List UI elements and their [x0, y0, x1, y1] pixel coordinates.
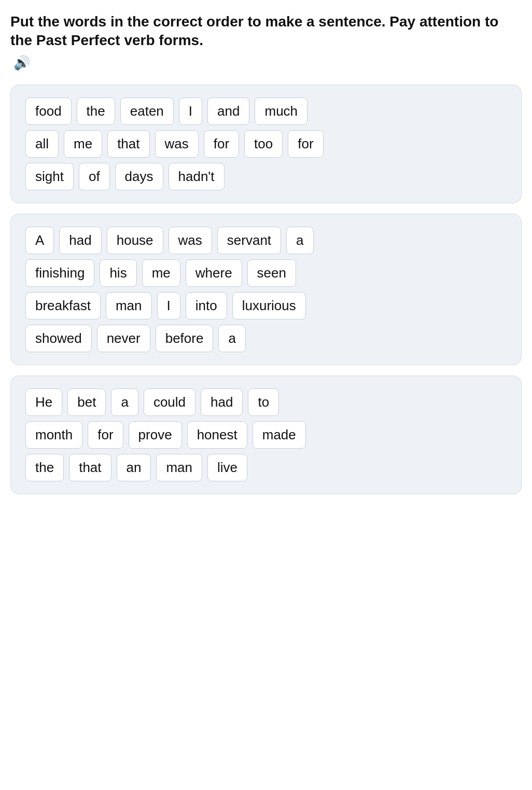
audio-icon[interactable]: 🔊: [13, 54, 30, 72]
word-tile[interactable]: A: [25, 227, 54, 254]
word-tile[interactable]: an: [117, 454, 151, 481]
word-tile[interactable]: for: [88, 421, 123, 449]
word-row-2-3: breakfastmanIintoluxurious: [25, 292, 507, 320]
word-tile[interactable]: prove: [129, 421, 182, 449]
word-tile[interactable]: man: [106, 292, 152, 320]
word-tile[interactable]: showed: [25, 325, 92, 352]
word-tile[interactable]: finishing: [25, 259, 94, 287]
word-tile[interactable]: made: [253, 421, 306, 449]
word-row-3-3: thethatanmanlive: [25, 454, 507, 481]
word-tile[interactable]: much: [255, 98, 307, 125]
word-tile[interactable]: me: [64, 130, 102, 158]
word-tile[interactable]: live: [207, 454, 247, 481]
word-tile[interactable]: was: [155, 130, 199, 158]
word-tile[interactable]: man: [156, 454, 202, 481]
word-tile[interactable]: for: [204, 130, 239, 158]
word-tile[interactable]: for: [288, 130, 323, 158]
word-tile[interactable]: He: [25, 389, 62, 416]
word-tile[interactable]: month: [25, 421, 82, 449]
word-row-1-1: foodtheeatenIandmuch: [25, 98, 507, 125]
instruction-text: Put the words in the correct order to ma…: [10, 12, 522, 50]
word-tile[interactable]: food: [25, 98, 72, 125]
word-tile[interactable]: of: [79, 163, 110, 190]
word-row-3-1: Hebetacouldhadto: [25, 389, 507, 416]
word-tile[interactable]: honest: [187, 421, 247, 449]
word-row-2-2: finishinghismewhereseen: [25, 259, 507, 287]
word-tile[interactable]: into: [186, 292, 227, 320]
word-tile[interactable]: his: [100, 259, 136, 287]
word-row-1-2: allmethatwasfortoofor: [25, 130, 507, 158]
word-tile[interactable]: luxurious: [232, 292, 306, 320]
word-tile[interactable]: was: [169, 227, 212, 254]
word-tile[interactable]: me: [142, 259, 180, 287]
word-tile[interactable]: the: [25, 454, 64, 481]
word-tile[interactable]: a: [218, 325, 245, 352]
word-tile[interactable]: servant: [217, 227, 281, 254]
word-tile[interactable]: and: [207, 98, 249, 125]
word-tile[interactable]: that: [69, 454, 111, 481]
word-tile[interactable]: hadn't: [169, 163, 225, 190]
word-box-1: foodtheeatenIandmuchallmethatwasfortoofo…: [10, 85, 522, 203]
word-tile[interactable]: sight: [25, 163, 74, 190]
word-tile[interactable]: I: [179, 98, 202, 125]
page-container: Put the words in the correct order to ma…: [10, 12, 522, 494]
word-row-2-1: Ahadhousewasservanta: [25, 227, 507, 254]
word-tile[interactable]: breakfast: [25, 292, 101, 320]
word-box-3: Hebetacouldhadtomonthforprovehonestmadet…: [10, 376, 522, 494]
word-row-1-3: sightofdayshadn't: [25, 163, 507, 190]
word-tile[interactable]: too: [244, 130, 283, 158]
word-tile[interactable]: to: [248, 389, 279, 416]
word-row-2-4: showedneverbeforea: [25, 325, 507, 352]
word-tile[interactable]: before: [156, 325, 214, 352]
word-tile[interactable]: had: [201, 389, 243, 416]
word-tile[interactable]: bet: [67, 389, 106, 416]
word-tile[interactable]: days: [115, 163, 163, 190]
word-tile[interactable]: never: [97, 325, 150, 352]
word-box-2: Ahadhousewasservantafinishinghismewheres…: [10, 214, 522, 365]
word-tile[interactable]: house: [107, 227, 163, 254]
word-tile[interactable]: a: [286, 227, 313, 254]
word-tile[interactable]: all: [25, 130, 59, 158]
word-tile[interactable]: a: [111, 389, 138, 416]
word-tile[interactable]: where: [186, 259, 242, 287]
word-tile[interactable]: could: [144, 389, 195, 416]
boxes-container: foodtheeatenIandmuchallmethatwasfortoofo…: [10, 85, 522, 494]
word-row-3-2: monthforprovehonestmade: [25, 421, 507, 449]
word-tile[interactable]: that: [107, 130, 149, 158]
word-tile[interactable]: I: [157, 292, 180, 320]
word-tile[interactable]: seen: [247, 259, 296, 287]
instruction-block: Put the words in the correct order to ma…: [10, 12, 522, 72]
word-tile[interactable]: eaten: [120, 98, 174, 125]
word-tile[interactable]: the: [77, 98, 115, 125]
word-tile[interactable]: had: [59, 227, 101, 254]
